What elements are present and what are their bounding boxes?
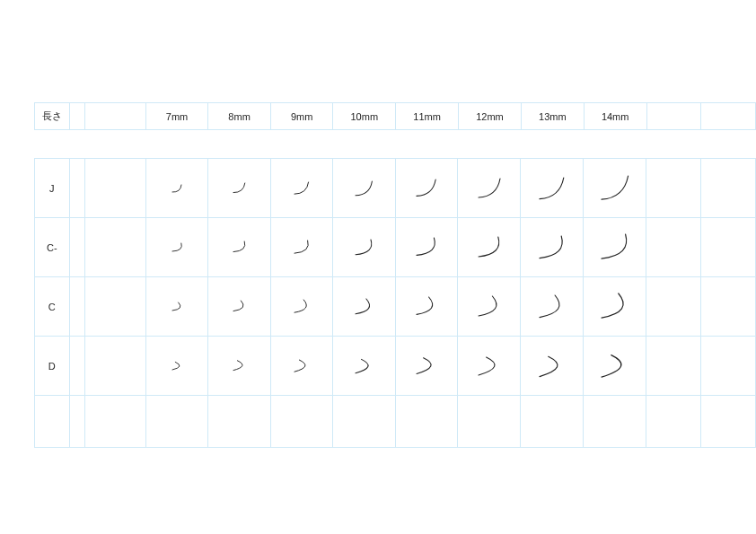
table-row	[35, 396, 756, 448]
empty-cell	[395, 396, 458, 448]
spacer-cell	[69, 396, 84, 448]
empty-cell	[646, 159, 701, 218]
table-row: C-	[35, 218, 756, 277]
empty-cell	[146, 396, 208, 448]
header-length-7: 14mm	[584, 103, 646, 130]
table-row: C	[35, 277, 756, 337]
curl-label: C-	[35, 218, 70, 277]
empty-cell	[84, 218, 145, 277]
lash-curl-table: J C- C D	[34, 158, 756, 448]
lash-cell	[395, 337, 458, 396]
spacer-cell	[69, 337, 84, 396]
lash-cell	[208, 159, 270, 218]
empty-cell	[646, 337, 701, 396]
lash-cell	[584, 218, 646, 277]
table-row: J	[35, 159, 756, 218]
lash-cell	[208, 337, 270, 396]
header-length-3: 10mm	[333, 103, 396, 130]
lash-cell	[395, 277, 458, 337]
empty-cell	[701, 277, 756, 337]
header-length-0: 7mm	[145, 103, 208, 130]
lash-cell	[208, 277, 270, 337]
lash-cell	[584, 159, 646, 218]
empty-cell	[208, 396, 270, 448]
empty-cell	[646, 396, 701, 448]
spacer-cell	[69, 159, 84, 218]
lash-cell	[270, 218, 332, 277]
curl-label: C	[35, 277, 70, 337]
lash-cell	[146, 218, 208, 277]
empty-cell	[701, 396, 756, 448]
lash-cell	[521, 337, 584, 396]
empty-cell	[584, 396, 646, 448]
header-empty-end2	[701, 103, 756, 130]
lash-cell	[333, 218, 396, 277]
spacer-cell	[69, 218, 84, 277]
header-empty-narrow	[69, 103, 84, 130]
lash-cell	[395, 159, 458, 218]
empty-cell	[701, 337, 756, 396]
header-length-4: 11mm	[396, 103, 459, 130]
empty-cell	[646, 277, 701, 337]
empty-cell	[701, 159, 756, 218]
header-length-5: 12mm	[459, 103, 522, 130]
empty-cell	[270, 396, 332, 448]
spacer-cell	[69, 277, 84, 337]
empty-cell	[84, 277, 145, 337]
header-empty-col	[84, 103, 145, 130]
empty-cell	[521, 396, 584, 448]
lash-cell	[458, 337, 521, 396]
empty-cell	[84, 159, 145, 218]
empty-cell	[458, 396, 521, 448]
table-row: D	[35, 337, 756, 396]
header-label: 長さ	[35, 103, 70, 130]
header-empty-end1	[646, 103, 701, 130]
empty-cell	[35, 396, 70, 448]
lash-cell	[333, 337, 396, 396]
lash-cell	[458, 218, 521, 277]
lash-cell	[270, 277, 332, 337]
lash-cell	[521, 277, 584, 337]
lash-cell	[208, 218, 270, 277]
lash-cell	[333, 277, 396, 337]
lash-cell	[146, 337, 208, 396]
lash-cell	[458, 159, 521, 218]
lash-cell	[270, 337, 332, 396]
empty-cell	[84, 396, 145, 448]
lash-cell	[521, 159, 584, 218]
header-length-6: 13mm	[521, 103, 584, 130]
curl-label: J	[35, 159, 70, 218]
empty-cell	[646, 218, 701, 277]
header-length-1: 8mm	[208, 103, 271, 130]
lash-cell	[395, 218, 458, 277]
lash-cell	[521, 218, 584, 277]
empty-cell	[333, 396, 396, 448]
empty-cell	[84, 337, 145, 396]
lash-cell	[270, 159, 332, 218]
lash-cell	[333, 159, 396, 218]
lash-cell	[146, 277, 208, 337]
curl-label: D	[35, 337, 70, 396]
lash-cell	[584, 337, 646, 396]
header-length-2: 9mm	[270, 103, 333, 130]
lash-cell	[458, 277, 521, 337]
empty-cell	[701, 218, 756, 277]
lash-cell	[584, 277, 646, 337]
header-table: 長さ 7mm 8mm 9mm 10mm 11mm 12mm 13mm 14mm	[34, 102, 756, 130]
lash-cell	[146, 159, 208, 218]
